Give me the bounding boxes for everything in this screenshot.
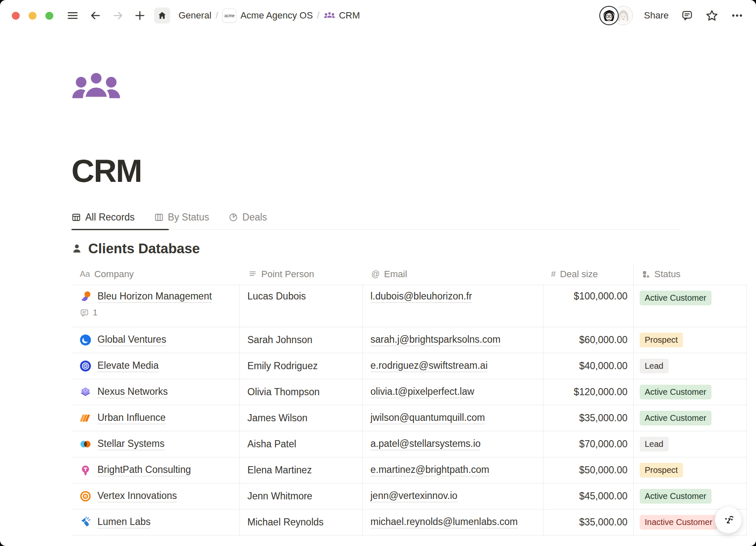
column-header-company[interactable]: Aa Company bbox=[71, 263, 240, 285]
column-header-email[interactable]: @ Email bbox=[363, 263, 543, 285]
cell-point-person[interactable]: Olivia Thompson bbox=[240, 379, 363, 405]
cell-company[interactable]: Nexus Networks bbox=[71, 379, 240, 405]
cell-deal-size[interactable]: $100,000.00 bbox=[543, 285, 633, 327]
cell-status[interactable]: Active Customer bbox=[633, 379, 747, 405]
back-icon[interactable] bbox=[89, 10, 101, 21]
more-icon[interactable] bbox=[731, 9, 743, 22]
cell-point-person[interactable]: Elena Martinez bbox=[240, 457, 363, 483]
comment-count[interactable]: 1 bbox=[80, 308, 212, 318]
cell-company[interactable]: Stellar Systems bbox=[71, 431, 240, 457]
status-badge[interactable]: Inactive Customer bbox=[640, 515, 717, 530]
cell-deal-size[interactable]: $45,000.00 bbox=[543, 483, 633, 509]
cell-email[interactable]: jwilson@quantumquill.com bbox=[363, 405, 543, 431]
column-header-point-person[interactable]: Point Person bbox=[240, 263, 363, 285]
cell-status[interactable]: Prospect bbox=[633, 327, 747, 353]
status-badge[interactable]: Prospect bbox=[640, 333, 683, 347]
cell-point-person[interactable]: Sarah Johnson bbox=[240, 327, 363, 353]
cell-email[interactable]: olivia.t@pixelperfect.law bbox=[363, 379, 543, 405]
cell-email[interactable]: l.dubois@bleuhorizon.fr bbox=[363, 285, 543, 327]
status-badge[interactable]: Active Customer bbox=[640, 291, 711, 305]
cell-company[interactable]: Elevate Media bbox=[71, 353, 240, 379]
cell-point-person[interactable]: Jenn Whitmore bbox=[240, 483, 363, 509]
breadcrumb-item-crm[interactable]: CRM bbox=[321, 8, 362, 23]
email-link[interactable]: jenn@vertexinnov.io bbox=[370, 490, 457, 502]
cell-email[interactable]: e.martinez@brightpath.com bbox=[363, 457, 543, 483]
cell-point-person[interactable]: Emily Rodriguez bbox=[240, 353, 363, 379]
people-group-icon[interactable] bbox=[71, 70, 121, 109]
email-link[interactable]: l.dubois@bleuhorizon.fr bbox=[370, 291, 472, 303]
cell-email[interactable]: sarah.j@brightsparksolns.com bbox=[363, 327, 543, 353]
collaborator-avatars[interactable] bbox=[599, 6, 633, 25]
database-title[interactable]: Clients Database bbox=[88, 241, 200, 257]
cell-status[interactable]: Active Customer bbox=[633, 483, 747, 509]
email-link[interactable]: e.rodriguez@swiftstream.ai bbox=[370, 360, 488, 372]
company-link[interactable]: Urban Influence bbox=[97, 412, 165, 424]
company-link[interactable]: Global Ventures bbox=[97, 334, 166, 346]
sidebar-menu-icon[interactable] bbox=[67, 10, 79, 21]
cell-point-person[interactable]: Michael Reynolds bbox=[240, 509, 363, 535]
close-window-button[interactable] bbox=[12, 12, 20, 20]
status-badge[interactable]: Prospect bbox=[640, 463, 683, 478]
cell-email[interactable]: jenn@vertexinnov.io bbox=[363, 483, 543, 509]
status-badge[interactable]: Active Customer bbox=[640, 489, 711, 504]
company-link[interactable]: Stellar Systems bbox=[97, 438, 165, 450]
status-badge[interactable]: Active Customer bbox=[640, 411, 711, 425]
company-link[interactable]: Nexus Networks bbox=[97, 386, 168, 398]
email-link[interactable]: michael.reynolds@lumenlabs.com bbox=[370, 516, 518, 528]
cell-point-person[interactable]: James Wilson bbox=[240, 405, 363, 431]
cell-status[interactable]: Lead bbox=[633, 431, 747, 457]
cell-company[interactable]: Lumen Labs bbox=[71, 509, 240, 535]
home-icon[interactable] bbox=[154, 8, 170, 24]
company-link[interactable]: Vertex Innovations bbox=[97, 490, 177, 502]
forward-icon[interactable] bbox=[112, 10, 124, 21]
tab-all-records[interactable]: All Records bbox=[71, 212, 135, 223]
zoom-window-button[interactable] bbox=[45, 12, 53, 20]
email-link[interactable]: sarah.j@brightsparksolns.com bbox=[370, 334, 501, 346]
comments-icon[interactable] bbox=[681, 10, 693, 21]
status-badge[interactable]: Active Customer bbox=[640, 385, 711, 399]
tab-deals[interactable]: Deals bbox=[228, 212, 267, 223]
cell-deal-size[interactable]: $35,000.00 bbox=[543, 509, 633, 535]
cell-deal-size[interactable]: $40,000.00 bbox=[543, 353, 633, 379]
email-link[interactable]: a.patel@stellarsystems.io bbox=[370, 438, 480, 450]
cell-deal-size[interactable]: $50,000.00 bbox=[543, 457, 633, 483]
company-link[interactable]: Bleu Horizon Management bbox=[97, 291, 212, 303]
cell-status[interactable]: Lead bbox=[633, 353, 747, 379]
favorite-star-icon[interactable] bbox=[706, 9, 718, 22]
cell-company[interactable]: BrightPath Consulting bbox=[71, 457, 240, 483]
column-header-status[interactable]: Status bbox=[633, 263, 747, 285]
new-page-icon[interactable] bbox=[134, 10, 146, 21]
cell-status[interactable]: Prospect bbox=[633, 457, 747, 483]
email-link[interactable]: e.martinez@brightpath.com bbox=[370, 464, 489, 476]
company-link[interactable]: Lumen Labs bbox=[97, 516, 151, 528]
breadcrumb-item-acme-agency-os[interactable]: acme Acme Agency OS bbox=[220, 7, 315, 24]
minimize-window-button[interactable] bbox=[29, 12, 37, 20]
cell-deal-size[interactable]: $70,000.00 bbox=[543, 431, 633, 457]
page-title[interactable]: CRM bbox=[71, 152, 756, 189]
cell-point-person[interactable]: Aisha Patel bbox=[240, 431, 363, 457]
share-button[interactable]: Share bbox=[644, 10, 669, 21]
breadcrumb-item-general[interactable]: General bbox=[176, 8, 214, 23]
column-header-deal-size[interactable]: # Deal size bbox=[543, 263, 633, 285]
cell-point-person[interactable]: Lucas Dubois bbox=[240, 285, 363, 327]
cell-company[interactable]: Vertex Innovations bbox=[71, 483, 240, 509]
tab-by-status[interactable]: By Status bbox=[154, 212, 209, 223]
cell-email[interactable]: a.patel@stellarsystems.io bbox=[363, 431, 543, 457]
status-badge[interactable]: Lead bbox=[640, 359, 669, 373]
cell-email[interactable]: michael.reynolds@lumenlabs.com bbox=[363, 509, 543, 535]
cell-email[interactable]: e.rodriguez@swiftstream.ai bbox=[363, 353, 543, 379]
cell-deal-size[interactable]: $35,000.00 bbox=[543, 405, 633, 431]
cell-status[interactable]: Active Customer bbox=[633, 285, 747, 327]
cell-deal-size[interactable]: $60,000.00 bbox=[543, 327, 633, 353]
cell-status[interactable]: Active Customer bbox=[633, 405, 747, 431]
notion-ai-button[interactable] bbox=[715, 507, 742, 533]
cell-company[interactable]: Bleu Horizon Management 1 bbox=[71, 285, 240, 327]
status-badge[interactable]: Lead bbox=[640, 437, 669, 452]
cell-company[interactable]: Urban Influence bbox=[71, 405, 240, 431]
cell-company[interactable]: Global Ventures bbox=[71, 327, 240, 353]
email-link[interactable]: jwilson@quantumquill.com bbox=[370, 412, 485, 424]
company-link[interactable]: BrightPath Consulting bbox=[97, 464, 191, 476]
cell-deal-size[interactable]: $120,000.00 bbox=[543, 379, 633, 405]
company-link[interactable]: Elevate Media bbox=[97, 360, 159, 372]
email-link[interactable]: olivia.t@pixelperfect.law bbox=[370, 386, 474, 398]
